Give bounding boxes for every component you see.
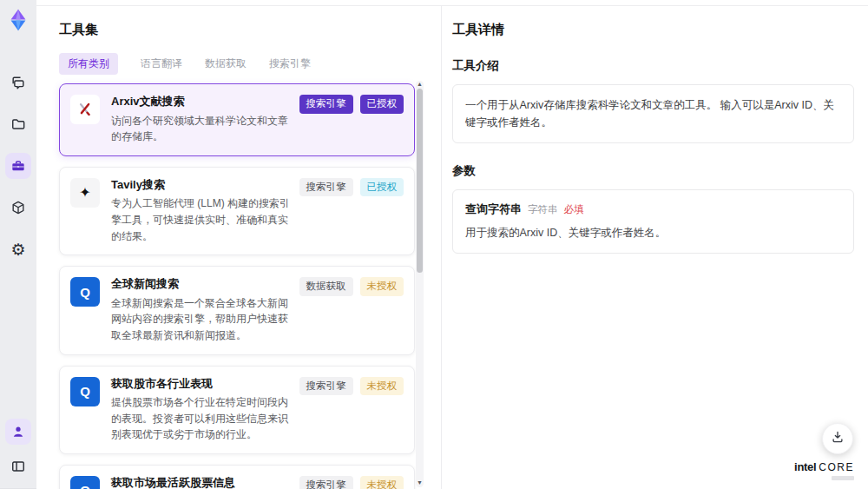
param-head: 查询字符串 字符串 必填 (465, 202, 841, 217)
download-icon (830, 429, 845, 448)
sidebar-item-settings[interactable]: ⚙ (5, 236, 31, 262)
folder-icon (10, 116, 27, 133)
gear-icon: ⚙ (10, 241, 25, 258)
tool-name: 获取股市各行业表现 (111, 377, 293, 391)
intro-text: 一个用于从Arxiv存储库搜索科学论文和文章的工具。 输入可以是Arxiv ID… (465, 96, 841, 131)
intel-wordmark: intel (794, 461, 816, 473)
intel-core-logo: intel CORE (794, 461, 854, 480)
category-badge: 数据获取 (299, 277, 353, 296)
scroll-up-arrow[interactable]: ▲ (416, 81, 424, 88)
details-title: 工具详情 (452, 22, 854, 38)
tool-details-panel: 工具详情 工具介绍 一个用于从Arxiv存储库搜索科学论文和文章的工具。 输入可… (441, 5, 868, 489)
list-scrollbar[interactable]: ▲ ▼ (416, 81, 424, 487)
category-tabs: 所有类别 语言翻译 数据获取 搜索引擎 (59, 53, 441, 75)
auth-status-badge: 未授权 (360, 377, 404, 396)
sidebar-item-files[interactable] (5, 111, 31, 137)
news-app-icon: Q (70, 377, 100, 406)
tool-desc: 提供股票市场各个行业在特定时间段内的表现。投资者可以利用这些信息来识别表现优于或… (111, 394, 293, 443)
core-wordmark: CORE (819, 462, 854, 473)
param-box: 查询字符串 字符串 必填 用于搜索的Arxiv ID、关键字或作者姓名。 (452, 189, 854, 254)
sparkle-glyph: ✦ (79, 186, 90, 200)
category-badge: 搜索引擎 (299, 377, 353, 396)
auth-status-badge: 已授权 (360, 178, 404, 197)
download-button[interactable] (822, 423, 853, 454)
tool-card-sector-performance[interactable]: Q 获取股市各行业表现 提供股票市场各个行业在特定时间段内的表现。投资者可以利用… (59, 366, 415, 454)
auth-status-badge: 未授权 (360, 476, 404, 489)
tool-badges: 搜索引擎 已授权 (299, 178, 404, 197)
param-desc: 用于搜索的Arxiv ID、关键字或作者姓名。 (465, 225, 841, 241)
scrollbar-thumb[interactable] (417, 89, 423, 273)
category-badge: 搜索引擎 (299, 95, 353, 114)
tab-language-translation[interactable]: 语言翻译 (141, 56, 182, 71)
sidebar-bottom (5, 419, 31, 479)
scroll-down-arrow[interactable]: ▼ (416, 479, 424, 486)
param-type: 字符串 (528, 203, 558, 216)
tool-card-arxiv[interactable]: Arxiv文献搜索 访问各个研究领域大量科学论文和文章的存储库。 搜索引擎 已授… (59, 83, 415, 156)
news-app-glyph: Q (80, 483, 90, 489)
auth-status-badge: 已授权 (360, 95, 404, 114)
news-app-glyph: Q (80, 285, 90, 300)
app-logo-icon[interactable] (5, 7, 31, 33)
tool-desc: 全球新闻搜索是一个聚合全球各大新闻网站内容的搜索引擎，帮助用户快速获取全球最新资… (111, 295, 293, 344)
intro-box: 一个用于从Arxiv存储库搜索科学论文和文章的工具。 输入可以是Arxiv ID… (452, 84, 854, 143)
chat-icon (10, 74, 27, 91)
tool-info: 获取股市各行业表现 提供股票市场各个行业在特定时间段内的表现。投资者可以利用这些… (111, 377, 299, 443)
tool-info: Tavily搜索 专为人工智能代理 (LLM) 构建的搜索引擎工具，可快速提供实… (111, 178, 299, 244)
params-heading: 参数 (452, 163, 854, 179)
tool-name: 全球新闻搜索 (111, 277, 293, 291)
tool-desc: 访问各个研究领域大量科学论文和文章的存储库。 (111, 113, 293, 145)
cube-icon (10, 199, 27, 216)
tool-badges: 数据获取 未授权 (299, 277, 404, 296)
category-badge: 搜索引擎 (299, 178, 353, 197)
auth-status-badge: 未授权 (360, 277, 404, 296)
tab-all-categories[interactable]: 所有类别 (59, 53, 118, 75)
sidebar-item-panel-toggle[interactable] (5, 453, 31, 479)
tool-name: 获取市场最活跃股票信息 (111, 476, 293, 489)
sidebar-item-tools[interactable] (5, 153, 31, 179)
tool-card-tavily[interactable]: ✦ Tavily搜索 专为人工智能代理 (LLM) 构建的搜索引擎工具，可快速提… (59, 167, 415, 255)
tool-list: Arxiv文献搜索 访问各个研究领域大量科学论文和文章的存储库。 搜索引擎 已授… (59, 83, 415, 489)
tool-badges: 搜索引擎 未授权 (299, 476, 404, 489)
news-app-glyph: Q (80, 384, 90, 399)
sidebar-item-models[interactable] (5, 195, 31, 221)
category-badge: 搜索引擎 (299, 476, 353, 489)
sidebar-item-account[interactable] (5, 419, 31, 445)
tool-desc: 专为人工智能代理 (LLM) 构建的搜索引擎工具，可快速提供实时、准确和真实的结… (111, 195, 293, 244)
sidebar-rail: ⚙ (0, 0, 36, 489)
arxiv-icon (70, 95, 100, 124)
user-icon (10, 423, 27, 440)
app-window: ⚙ 工具 (0, 0, 868, 489)
news-app-icon: Q (70, 277, 100, 307)
tool-info: 全球新闻搜索 全球新闻搜索是一个聚合全球各大新闻网站内容的搜索引擎，帮助用户快速… (111, 277, 299, 343)
tab-data-fetching[interactable]: 数据获取 (205, 56, 247, 71)
intel-sub-badge (832, 476, 854, 480)
tool-card-global-news[interactable]: Q 全球新闻搜索 全球新闻搜索是一个聚合全球各大新闻网站内容的搜索引擎，帮助用户… (59, 266, 415, 354)
tool-badges: 搜索引擎 未授权 (299, 377, 404, 396)
tab-search-engine[interactable]: 搜索引擎 (269, 56, 311, 71)
tool-badges: 搜索引擎 已授权 (299, 95, 404, 114)
page-title: 工具集 (59, 22, 441, 38)
intro-heading: 工具介绍 (452, 58, 854, 74)
news-app-icon: Q (70, 476, 100, 489)
sidebar-nav: ⚙ (5, 69, 31, 262)
sparkle-icon: ✦ (70, 178, 100, 208)
tool-name: Arxiv文献搜索 (111, 95, 293, 109)
panel-layout-icon (10, 458, 27, 475)
tool-list-panel: 工具集 所有类别 语言翻译 数据获取 搜索引擎 Arxiv文献搜索 访问各个研究… (36, 5, 441, 489)
tool-info: 获取市场最活跃股票信息 提供当天交易量最高的股票列表，投资者可以利用这些信息来识… (111, 476, 299, 489)
sidebar-item-chat[interactable] (5, 69, 31, 96)
tool-card-active-stocks[interactable]: Q 获取市场最活跃股票信息 提供当天交易量最高的股票列表，投资者可以利用这些信息… (59, 465, 415, 489)
param-name: 查询字符串 (465, 202, 522, 217)
toolbox-icon (10, 157, 27, 175)
tool-info: Arxiv文献搜索 访问各个研究领域大量科学论文和文章的存储库。 (111, 95, 299, 145)
param-required-flag: 必填 (564, 203, 584, 216)
tool-name: Tavily搜索 (111, 178, 293, 192)
